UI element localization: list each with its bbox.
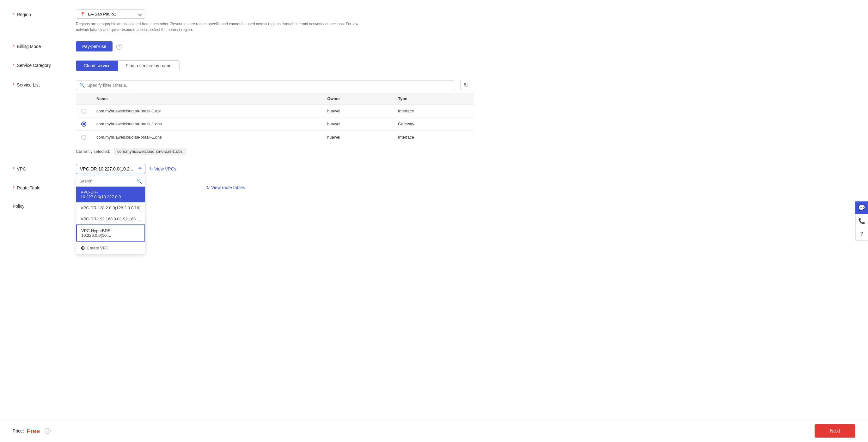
table-row[interactable]: com.myhuaweicloud.sa-brazil-1.dns huawei… — [76, 131, 474, 144]
service-name-2: com.myhuaweicloud.sa-brazil-1.obs — [91, 117, 322, 131]
radio-cell-2[interactable] — [76, 117, 92, 131]
service-list-header: 🔍 ↻ — [76, 80, 855, 90]
radio-button-3[interactable] — [81, 135, 86, 140]
search-icon: 🔍 — [79, 83, 85, 88]
vpc-option-3[interactable]: VPC-DR-192.168.0.0(192.168.... — [76, 213, 145, 225]
region-select[interactable]: 📍 LA-Sao Paulo1 — [76, 9, 146, 19]
service-category-label: * Service Category — [13, 60, 76, 68]
service-category-tabs: Cloud service Find a service by name — [76, 60, 180, 71]
service-category-row: * Service Category Cloud service Find a … — [13, 60, 855, 71]
service-table: Name Owner Type com.myhuaweicloud.sa-bra… — [76, 93, 474, 144]
region-label: * Region — [13, 9, 76, 17]
price-value: Free — [27, 428, 40, 435]
view-route-tables-link[interactable]: ↻ View route tables — [206, 185, 245, 190]
service-name-3: com.myhuaweicloud.sa-brazil-1.dns — [91, 131, 322, 144]
service-list-row: * Service List 🔍 ↻ Name Owner Type — [13, 80, 855, 155]
vpc-create-option[interactable]: ⊕ Create VPC — [76, 241, 145, 254]
next-button[interactable]: Next — [814, 424, 855, 438]
col-name: Name — [91, 93, 322, 104]
vpc-option-2[interactable]: VPC-DR-128.2.0.0(128.2.0.0/16) — [76, 202, 145, 213]
service-search-input[interactable] — [87, 83, 452, 88]
vpc-search-icon: 🔍 — [136, 179, 142, 184]
price-label: Price: Free ? — [13, 428, 51, 435]
service-list-label: * Service List — [13, 80, 76, 88]
region-value: LA-Sao Paulo1 — [88, 12, 116, 16]
service-owner-1: huawei — [322, 104, 393, 118]
vpc-dropdown-search: 🔍 — [76, 176, 145, 186]
route-table-content: 🔍 ↻ View route tables — [76, 183, 855, 192]
refresh-icon: ↻ — [149, 166, 153, 171]
currently-selected: Currently selected: com.myhuaweicloud.sa… — [76, 148, 855, 155]
region-row: * Region 📍 LA-Sao Paulo1 Regions are geo… — [13, 9, 855, 33]
col-type: Type — [393, 93, 474, 104]
view-vpcs-link[interactable]: ↻ View VPCs — [149, 166, 176, 171]
vpc-label: * VPC — [13, 164, 76, 171]
selected-service-badge: com.myhuaweicloud.sa-brazil-1.obs — [114, 148, 186, 155]
table-row[interactable]: com.myhuaweicloud.sa-brazil-1.api huawei… — [76, 104, 474, 118]
billing-mode-content: Pay-per-use ? — [76, 41, 855, 52]
billing-mode-row: * Billing Mode Pay-per-use ? — [13, 41, 855, 52]
vpc-search-input[interactable] — [79, 179, 135, 183]
find-service-tab[interactable]: Find a service by name — [118, 61, 179, 71]
region-content: 📍 LA-Sao Paulo1 Regions are geographic a… — [76, 9, 855, 33]
service-list-content: 🔍 ↻ Name Owner Type — [76, 80, 855, 155]
route-table-row-inner: 🔍 ↻ View route tables — [76, 183, 855, 192]
service-list-refresh-button[interactable]: ↻ — [460, 80, 471, 90]
vpc-option-4[interactable]: VPC-HyperBDR-10.226.0.0(10.... — [76, 225, 145, 241]
vpc-select-button[interactable]: VPC-DR-10.227.0.0(10.2... — [76, 164, 146, 174]
vpc-value: VPC-DR-10.227.0.0(10.2... — [80, 166, 133, 171]
policy-label: Policy — [13, 201, 76, 209]
region-hint: Regions are geographic areas isolated fr… — [76, 21, 360, 33]
vpc-dropdown-container: VPC-DR-10.227.0.0(10.2... 🔍 VPC-DR-10.22… — [76, 164, 146, 174]
radio-cell-3[interactable] — [76, 131, 92, 144]
chevron-down-icon — [138, 12, 142, 16]
route-refresh-icon: ↻ — [206, 185, 210, 190]
chat-icon-button[interactable]: 💬 — [855, 201, 868, 214]
radio-cell-1[interactable] — [76, 104, 92, 118]
vpc-dropdown: 🔍 VPC-DR-10.227.0.0(10.227.0.0... VPC-DR… — [76, 176, 146, 254]
service-type-1: Interface — [393, 104, 474, 118]
service-type-3: Interface — [393, 131, 474, 144]
chevron-up-icon — [138, 167, 142, 170]
vpc-content: VPC-DR-10.227.0.0(10.2... 🔍 VPC-DR-10.22… — [76, 164, 855, 174]
sidebar-icons: 💬 📞 ? — [855, 201, 868, 241]
pay-per-use-button[interactable]: Pay-per-use — [76, 41, 113, 52]
route-table-label: * Route Table — [13, 183, 76, 191]
location-icon: 📍 — [80, 12, 85, 16]
radio-button-1[interactable] — [81, 109, 86, 114]
service-name-1: com.myhuaweicloud.sa-brazil-1.api — [91, 104, 322, 118]
service-owner-2: huawei — [322, 117, 393, 131]
phone-icon-button[interactable]: 📞 — [855, 215, 868, 227]
service-owner-3: huawei — [322, 131, 393, 144]
service-search-bar: 🔍 — [76, 80, 455, 90]
vpc-option-1[interactable]: VPC-DR-10.227.0.0(10.227.0.0... — [76, 186, 145, 202]
plus-icon: ⊕ — [81, 245, 85, 251]
service-type-2: Gateway — [393, 117, 474, 131]
table-row[interactable]: com.myhuaweicloud.sa-brazil-1.obs huawei… — [76, 117, 474, 131]
radio-button-2[interactable] — [81, 122, 86, 127]
col-owner: Owner — [322, 93, 393, 104]
billing-mode-label: * Billing Mode — [13, 41, 76, 49]
col-radio — [76, 93, 92, 104]
price-help-icon[interactable]: ? — [45, 428, 51, 434]
vpc-row: * VPC VPC-DR-10.227.0.0(10.2... 🔍 — [13, 164, 855, 174]
price-bar: Price: Free ? Next — [0, 419, 868, 442]
service-category-content: Cloud service Find a service by name — [76, 60, 855, 71]
cloud-service-tab[interactable]: Cloud service — [76, 61, 118, 71]
service-table-header-row: Name Owner Type — [76, 93, 474, 104]
billing-help-icon[interactable]: ? — [116, 44, 122, 49]
vpc-select-row: VPC-DR-10.227.0.0(10.2... 🔍 VPC-DR-10.22… — [76, 164, 855, 174]
help-icon-button[interactable]: ? — [855, 228, 868, 241]
page-container: * Region 📍 LA-Sao Paulo1 Regions are geo… — [0, 0, 868, 442]
